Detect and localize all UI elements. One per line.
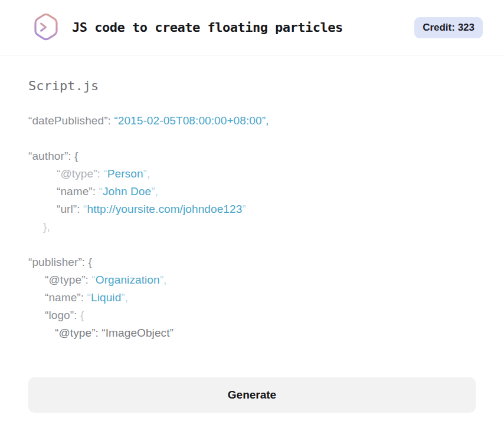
code-block: “datePublished”: “2015-02-05T08:00:00+08… (28, 112, 476, 342)
code-line: “@type”: “Person”, (28, 165, 476, 183)
code-token: { (80, 309, 84, 321)
code-token: Organization (96, 274, 160, 286)
code-token: “author”: { (28, 150, 78, 162)
code-line: “author”: { (28, 147, 476, 165)
code-token: ”, (151, 185, 158, 198)
code-token: John Doe (103, 185, 151, 198)
code-token: Person (107, 167, 143, 180)
generate-button[interactable]: Generate (28, 377, 476, 413)
script-filename: Script.js (28, 78, 476, 94)
code-token: “name”: (45, 291, 87, 304)
code-token: ”, (160, 274, 167, 286)
code-line: “name”: “Liquid”, (28, 289, 476, 307)
header: JS code to create floating particles Cre… (0, 0, 504, 55)
code-line (28, 130, 476, 147)
page-title: JS code to create floating particles (72, 20, 414, 35)
code-token: }, (43, 220, 50, 233)
app-window: JS code to create floating particles Cre… (0, 0, 504, 441)
code-token: Liquid (91, 291, 121, 304)
code-token: “datePublished”: (28, 114, 114, 127)
code-line: “datePublished”: “2015-02-05T08:00:00+08… (28, 112, 476, 130)
main-content: Script.js “datePublished”: “2015-02-05T0… (0, 55, 504, 413)
code-token: ”, (121, 291, 128, 304)
code-token: “2015-02-05T08:00:00+08:00”, (114, 114, 269, 127)
code-line: }, (28, 218, 476, 236)
code-line (28, 236, 476, 254)
code-line: “url”: “http://yoursite.com/johndoe123” (28, 200, 476, 218)
code-token: http://yoursite.com/johndoe123 (87, 203, 242, 215)
code-line: “logo”: { (28, 307, 476, 324)
code-token: ” (242, 203, 246, 215)
code-token: “publisher”: { (28, 256, 92, 268)
code-line: “@type”: “Organization”, (28, 271, 476, 289)
code-token: ”, (143, 167, 150, 180)
code-token: “@type”: (45, 274, 91, 286)
code-line: “publisher”: { (28, 254, 476, 271)
code-token: “url”: (57, 203, 83, 215)
code-line: “@type”: “ImageObject” (28, 324, 476, 342)
code-token: “@type”: (57, 167, 103, 180)
code-token: “name”: (57, 185, 99, 198)
code-token: “logo”: (45, 309, 80, 321)
credit-badge: Credit: 323 (414, 17, 483, 38)
terminal-hexagon-logo-icon (32, 12, 60, 44)
code-token: “@type”: “ImageObject” (55, 327, 174, 339)
code-line: “name”: “John Doe”, (28, 183, 476, 200)
